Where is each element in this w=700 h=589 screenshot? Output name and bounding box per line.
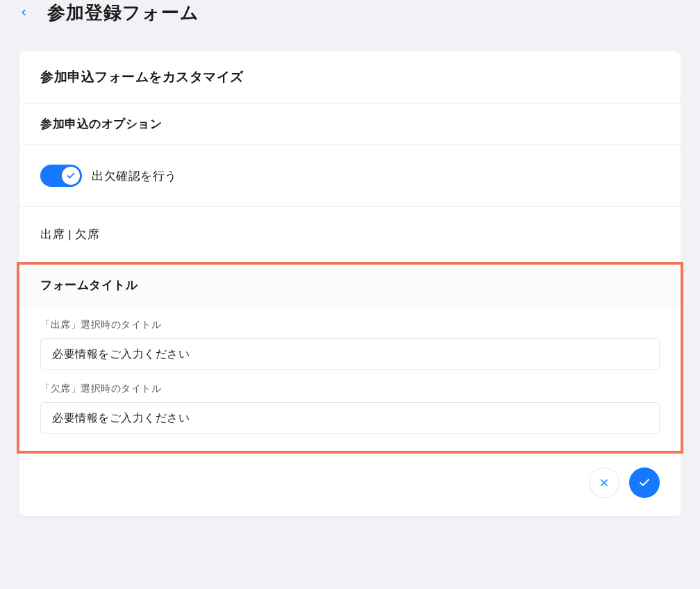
page-title: 参加登録フォーム [47,1,199,25]
cancel-button[interactable] [589,467,619,498]
attend-title-input[interactable] [40,338,660,370]
attendance-toggle-label: 出欠確認を行う [92,168,177,184]
close-icon [599,477,610,488]
action-buttons [19,454,681,517]
confirm-button[interactable] [629,467,660,498]
attend-title-field: 「出席」選択時のタイトル [19,306,681,370]
attendance-toggle[interactable] [40,165,82,187]
switch-knob [62,167,80,185]
form-title-section: フォームタイトル 「出席」選択時のタイトル 「欠席」選択時のタイトル [17,262,683,454]
page-header: 参加登録フォーム [0,0,700,31]
back-button[interactable] [17,6,31,19]
absent-title-label: 「欠席」選択時のタイトル [40,383,660,395]
absent-title-field: 「欠席」選択時のタイトル [19,370,681,434]
settings-card: 参加申込フォームをカスタマイズ 参加申込のオプション 出欠確認を行う 出席 | … [19,51,681,517]
attend-title-label: 「出席」選択時のタイトル [40,319,660,331]
form-title-heading: フォームタイトル [19,265,681,306]
attendance-options-value: 出席 | 欠席 [19,207,681,262]
customize-heading: 参加申込フォームをカスタマイズ [19,51,681,103]
check-icon [66,171,76,181]
check-icon [638,476,651,489]
options-heading: 参加申込のオプション [19,103,681,145]
attendance-toggle-row: 出欠確認を行う [19,145,681,207]
absent-title-input[interactable] [40,402,660,434]
chevron-left-icon [19,8,28,17]
